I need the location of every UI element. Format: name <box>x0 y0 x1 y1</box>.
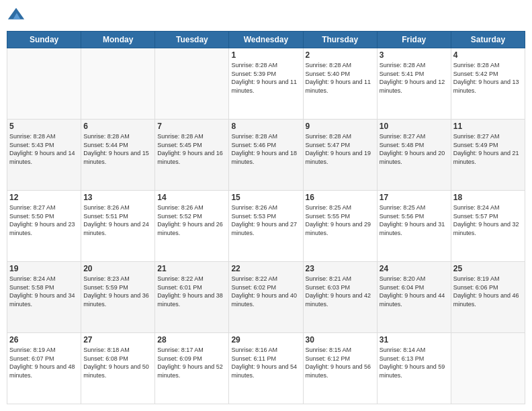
day-info: Sunrise: 8:16 AM Sunset: 6:11 PM Dayligh… <box>231 346 300 379</box>
calendar-week-row: 1Sunrise: 8:28 AM Sunset: 5:39 PM Daylig… <box>7 48 525 120</box>
calendar-cell: 23Sunrise: 8:21 AM Sunset: 6:03 PM Dayli… <box>303 262 377 333</box>
day-number: 26 <box>9 335 79 345</box>
day-number: 27 <box>83 335 152 345</box>
day-info: Sunrise: 8:28 AM Sunset: 5:46 PM Dayligh… <box>231 132 300 166</box>
calendar-cell: 16Sunrise: 8:25 AM Sunset: 5:55 PM Dayli… <box>303 191 377 262</box>
day-number: 2 <box>306 50 375 60</box>
calendar-cell: 7Sunrise: 8:28 AM Sunset: 5:45 PM Daylig… <box>155 120 229 191</box>
calendar-cell: 9Sunrise: 8:28 AM Sunset: 5:47 PM Daylig… <box>303 120 377 191</box>
day-info: Sunrise: 8:14 AM Sunset: 6:13 PM Dayligh… <box>380 346 449 379</box>
calendar-week-row: 12Sunrise: 8:27 AM Sunset: 5:50 PM Dayli… <box>7 191 525 262</box>
calendar-cell: 15Sunrise: 8:26 AM Sunset: 5:53 PM Dayli… <box>229 191 303 262</box>
day-info: Sunrise: 8:26 AM Sunset: 5:52 PM Dayligh… <box>157 203 226 237</box>
calendar-cell: 14Sunrise: 8:26 AM Sunset: 5:52 PM Dayli… <box>155 191 229 262</box>
calendar-cell: 13Sunrise: 8:26 AM Sunset: 5:51 PM Dayli… <box>81 191 155 262</box>
calendar-cell: 26Sunrise: 8:19 AM Sunset: 6:07 PM Dayli… <box>7 333 81 404</box>
day-info: Sunrise: 8:21 AM Sunset: 6:03 PM Dayligh… <box>306 275 375 308</box>
day-number: 30 <box>306 335 375 345</box>
calendar-cell: 28Sunrise: 8:17 AM Sunset: 6:09 PM Dayli… <box>155 333 229 404</box>
day-number: 3 <box>380 50 449 60</box>
day-info: Sunrise: 8:24 AM Sunset: 5:57 PM Dayligh… <box>453 203 523 237</box>
calendar-cell: 25Sunrise: 8:19 AM Sunset: 6:06 PM Dayli… <box>451 262 525 333</box>
day-info: Sunrise: 8:18 AM Sunset: 6:08 PM Dayligh… <box>83 346 152 379</box>
day-number: 29 <box>231 335 300 345</box>
day-number: 31 <box>380 335 449 345</box>
calendar-table: SundayMondayTuesdayWednesdayThursdayFrid… <box>7 31 525 404</box>
day-number: 5 <box>9 122 79 131</box>
day-info: Sunrise: 8:25 AM Sunset: 5:56 PM Dayligh… <box>380 203 449 237</box>
logo <box>7 7 28 26</box>
day-info: Sunrise: 8:25 AM Sunset: 5:55 PM Dayligh… <box>306 203 375 237</box>
calendar-day-header: Sunday <box>7 32 81 48</box>
day-number: 16 <box>306 193 375 202</box>
day-info: Sunrise: 8:27 AM Sunset: 5:49 PM Dayligh… <box>453 132 523 166</box>
day-info: Sunrise: 8:28 AM Sunset: 5:41 PM Dayligh… <box>380 61 449 95</box>
day-number: 22 <box>231 264 300 273</box>
day-number: 11 <box>453 122 523 131</box>
calendar-cell: 3Sunrise: 8:28 AM Sunset: 5:41 PM Daylig… <box>377 48 451 120</box>
day-number: 7 <box>157 122 226 131</box>
day-info: Sunrise: 8:19 AM Sunset: 6:06 PM Dayligh… <box>453 275 523 308</box>
calendar-day-header: Wednesday <box>229 32 303 48</box>
day-info: Sunrise: 8:19 AM Sunset: 6:07 PM Dayligh… <box>9 346 79 379</box>
day-info: Sunrise: 8:24 AM Sunset: 5:58 PM Dayligh… <box>9 275 79 308</box>
day-number: 10 <box>380 122 449 131</box>
day-number: 1 <box>231 50 300 60</box>
calendar-cell <box>451 333 525 404</box>
calendar-cell: 21Sunrise: 8:22 AM Sunset: 6:01 PM Dayli… <box>155 262 229 333</box>
day-info: Sunrise: 8:20 AM Sunset: 6:04 PM Dayligh… <box>380 275 449 308</box>
day-info: Sunrise: 8:28 AM Sunset: 5:45 PM Dayligh… <box>157 132 226 166</box>
day-info: Sunrise: 8:15 AM Sunset: 6:12 PM Dayligh… <box>306 346 375 379</box>
calendar-cell: 10Sunrise: 8:27 AM Sunset: 5:48 PM Dayli… <box>377 120 451 191</box>
calendar-cell: 27Sunrise: 8:18 AM Sunset: 6:08 PM Dayli… <box>81 333 155 404</box>
day-info: Sunrise: 8:27 AM Sunset: 5:50 PM Dayligh… <box>9 203 79 237</box>
day-number: 4 <box>453 50 523 60</box>
day-info: Sunrise: 8:28 AM Sunset: 5:43 PM Dayligh… <box>9 132 79 166</box>
day-number: 8 <box>231 122 300 131</box>
calendar-cell: 6Sunrise: 8:28 AM Sunset: 5:44 PM Daylig… <box>81 120 155 191</box>
day-info: Sunrise: 8:28 AM Sunset: 5:47 PM Dayligh… <box>306 132 375 166</box>
day-number: 13 <box>83 193 152 202</box>
calendar-day-header: Thursday <box>303 32 377 48</box>
header <box>7 7 525 26</box>
calendar-cell <box>81 48 155 120</box>
calendar-cell: 17Sunrise: 8:25 AM Sunset: 5:56 PM Dayli… <box>377 191 451 262</box>
calendar-day-header: Saturday <box>451 32 525 48</box>
calendar-cell: 12Sunrise: 8:27 AM Sunset: 5:50 PM Dayli… <box>7 191 81 262</box>
day-info: Sunrise: 8:26 AM Sunset: 5:51 PM Dayligh… <box>83 203 152 237</box>
day-number: 24 <box>380 264 449 273</box>
day-number: 25 <box>453 264 523 273</box>
day-info: Sunrise: 8:28 AM Sunset: 5:40 PM Dayligh… <box>306 61 375 95</box>
calendar-cell: 18Sunrise: 8:24 AM Sunset: 5:57 PM Dayli… <box>451 191 525 262</box>
calendar-header-row: SundayMondayTuesdayWednesdayThursdayFrid… <box>7 32 525 48</box>
page: SundayMondayTuesdayWednesdayThursdayFrid… <box>0 0 532 411</box>
day-number: 6 <box>83 122 152 131</box>
calendar-cell: 19Sunrise: 8:24 AM Sunset: 5:58 PM Dayli… <box>7 262 81 333</box>
day-info: Sunrise: 8:28 AM Sunset: 5:39 PM Dayligh… <box>231 61 300 95</box>
day-number: 18 <box>453 193 523 202</box>
calendar-cell: 24Sunrise: 8:20 AM Sunset: 6:04 PM Dayli… <box>377 262 451 333</box>
day-number: 15 <box>231 193 300 202</box>
day-number: 14 <box>157 193 226 202</box>
day-info: Sunrise: 8:17 AM Sunset: 6:09 PM Dayligh… <box>157 346 226 379</box>
day-info: Sunrise: 8:23 AM Sunset: 5:59 PM Dayligh… <box>83 275 152 308</box>
day-info: Sunrise: 8:22 AM Sunset: 6:02 PM Dayligh… <box>231 275 300 308</box>
day-info: Sunrise: 8:26 AM Sunset: 5:53 PM Dayligh… <box>231 203 300 237</box>
day-number: 19 <box>9 264 79 273</box>
calendar-cell: 31Sunrise: 8:14 AM Sunset: 6:13 PM Dayli… <box>377 333 451 404</box>
day-info: Sunrise: 8:28 AM Sunset: 5:44 PM Dayligh… <box>83 132 152 166</box>
calendar-week-row: 26Sunrise: 8:19 AM Sunset: 6:07 PM Dayli… <box>7 333 525 404</box>
day-number: 20 <box>83 264 152 273</box>
calendar-cell: 2Sunrise: 8:28 AM Sunset: 5:40 PM Daylig… <box>303 48 377 120</box>
day-number: 21 <box>157 264 226 273</box>
calendar-cell: 8Sunrise: 8:28 AM Sunset: 5:46 PM Daylig… <box>229 120 303 191</box>
calendar-day-header: Monday <box>81 32 155 48</box>
day-number: 28 <box>157 335 226 345</box>
calendar-day-header: Friday <box>377 32 451 48</box>
calendar-cell: 11Sunrise: 8:27 AM Sunset: 5:49 PM Dayli… <box>451 120 525 191</box>
calendar-cell: 22Sunrise: 8:22 AM Sunset: 6:02 PM Dayli… <box>229 262 303 333</box>
day-number: 17 <box>380 193 449 202</box>
day-info: Sunrise: 8:22 AM Sunset: 6:01 PM Dayligh… <box>157 275 226 308</box>
day-number: 23 <box>306 264 375 273</box>
day-info: Sunrise: 8:27 AM Sunset: 5:48 PM Dayligh… <box>380 132 449 166</box>
